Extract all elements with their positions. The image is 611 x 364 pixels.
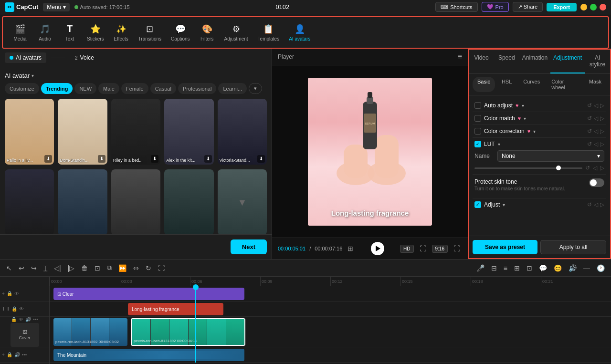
section-title-avatar[interactable]: AI avatar ▾: [5, 72, 267, 79]
tab-animation[interactable]: Animation: [519, 50, 550, 73]
cover-icon-lock[interactable]: 🔒: [11, 317, 17, 322]
toolbar-audio[interactable]: 🎵 Audio: [32, 21, 57, 44]
toolbar-text[interactable]: T Text: [57, 21, 82, 44]
toolbar-effects[interactable]: ✨ Effects: [109, 21, 134, 44]
hd-badge[interactable]: HD: [400, 245, 413, 253]
clip-text-overlay[interactable]: Long-lasting fragrance: [128, 303, 223, 315]
track-icon[interactable]: ≡: [502, 263, 509, 273]
menu-button[interactable]: Menu ▾: [43, 3, 69, 11]
apply-all-button[interactable]: Apply to all: [540, 240, 606, 254]
adjust-reset-icon[interactable]: ↺: [587, 201, 592, 208]
avatar-card-9[interactable]: [164, 169, 213, 234]
toolbar-transitions[interactable]: ⊡ Transitions: [134, 21, 167, 44]
avatar-card-6[interactable]: [5, 169, 54, 234]
download-icon-dom[interactable]: ⬇: [98, 155, 105, 163]
toolbar-filters[interactable]: 🎨 Filters: [195, 21, 220, 44]
avatar-card-7[interactable]: [58, 169, 107, 234]
color-correction-checkbox[interactable]: [474, 128, 481, 135]
lut-slider-reset[interactable]: ↺: [585, 165, 590, 171]
auto-adjust-redo-icon[interactable]: ▷: [600, 102, 604, 109]
pro-button[interactable]: 💜 Pro: [482, 2, 509, 12]
fullscreen-icon[interactable]: ⛶: [418, 243, 428, 254]
sub-tab-basic[interactable]: Basic: [473, 77, 495, 92]
player-menu-icon[interactable]: ≡: [458, 52, 462, 61]
play-button[interactable]: [371, 242, 384, 255]
caption-icon[interactable]: 💬: [537, 263, 548, 273]
expand-icon[interactable]: ⛶: [452, 243, 462, 254]
toolbar-adjustment[interactable]: ⚙ Adjustment: [220, 21, 253, 44]
lut-slider-redo[interactable]: ▷: [600, 165, 604, 171]
avatar-card-8[interactable]: [111, 169, 160, 234]
clip-video-2[interactable]: pexels-ron-lach-8131892 00:00:04:11: [131, 318, 245, 346]
grid-icon[interactable]: ⊞: [346, 243, 355, 254]
minimize-button[interactable]: [580, 4, 587, 10]
split-tool[interactable]: ⌶: [42, 263, 49, 273]
playhead[interactable]: [195, 286, 196, 363]
toolbar-ai-avatars[interactable]: 👤 AI avatars: [284, 21, 315, 44]
undo-tool[interactable]: ↩: [17, 263, 26, 273]
adjust-redo-icon[interactable]: ▷: [600, 201, 604, 208]
rotate-tool[interactable]: ↻: [144, 263, 153, 273]
volume-icon[interactable]: 🔊: [567, 263, 578, 273]
lut-undo-icon[interactable]: ◁: [594, 141, 598, 147]
trim-right-tool[interactable]: |▷: [66, 263, 76, 273]
sub-tab-color-wheel[interactable]: Color wheel: [547, 77, 582, 92]
duplicate-tool[interactable]: ⧉: [105, 262, 113, 273]
lut-redo-icon[interactable]: ▷: [600, 141, 604, 147]
sub-tab-curves[interactable]: Curves: [518, 77, 545, 92]
adjust-checkbox[interactable]: [474, 201, 481, 208]
zoom-out-icon[interactable]: —: [582, 263, 591, 273]
track2-icon[interactable]: ⊞: [513, 263, 521, 273]
filter-casual[interactable]: Casual: [150, 83, 176, 94]
color-match-redo-icon[interactable]: ▷: [600, 115, 604, 122]
download-icon-victoria[interactable]: ⬇: [257, 155, 265, 163]
trim-left-tool[interactable]: ◁|: [53, 263, 63, 273]
sub-tab-hsl[interactable]: HSL: [497, 77, 516, 92]
delete-tool[interactable]: 🗑: [80, 263, 89, 273]
color-match-undo-icon[interactable]: ◁: [594, 115, 598, 122]
split2-icon[interactable]: ⊟: [490, 263, 498, 273]
tab-video[interactable]: Video: [469, 50, 494, 73]
auto-adjust-undo-icon[interactable]: ◁: [594, 102, 598, 109]
emoji-icon[interactable]: 😊: [552, 263, 563, 273]
color-match-reset-icon[interactable]: ↺: [587, 115, 592, 122]
color-correction-redo-icon[interactable]: ▷: [600, 128, 604, 135]
audio-icon-more[interactable]: •••: [22, 352, 27, 357]
avatar-card-alex[interactable]: Alex in the kit... ⬇: [164, 99, 213, 165]
tab-adjustment[interactable]: Adjustment: [550, 50, 585, 73]
filter-more[interactable]: ▾: [249, 83, 262, 94]
maximize-button[interactable]: [590, 4, 597, 10]
auto-adjust-checkbox[interactable]: [474, 102, 481, 109]
lut-slider-thumb[interactable]: [556, 166, 561, 170]
next-button[interactable]: Next: [231, 239, 267, 254]
toolbar-captions[interactable]: 💬 Captions: [166, 21, 194, 44]
cursor-tool[interactable]: ↖: [5, 263, 13, 273]
clip-audio[interactable]: The Mountain: [53, 349, 244, 361]
mirror-tool[interactable]: ⇔: [132, 263, 140, 273]
color-match-checkbox[interactable]: [474, 115, 481, 122]
cover-icon-eye[interactable]: 👁: [19, 317, 23, 322]
tab-speed[interactable]: Speed: [494, 50, 519, 73]
track2-icon-eye[interactable]: 👁: [19, 306, 24, 312]
download-icon-alex[interactable]: ⬇: [204, 155, 212, 163]
cover-icon-vol[interactable]: 🔊: [25, 317, 31, 322]
share-button[interactable]: ↗ Share: [513, 2, 543, 12]
audio-icon-lock[interactable]: 🔒: [7, 352, 12, 357]
tab-ai-stylize[interactable]: AI stylize: [585, 50, 610, 73]
color-correction-undo-icon[interactable]: ◁: [594, 128, 598, 135]
track1-icon-lock[interactable]: 🔒: [7, 291, 12, 296]
toolbar-stickers[interactable]: ⭐ Stickers: [82, 21, 109, 44]
download-icon-riley[interactable]: ⬇: [151, 155, 158, 163]
lut-slider-undo[interactable]: ◁: [593, 165, 597, 171]
cover-icon-more[interactable]: •••: [33, 317, 38, 322]
tab-voice[interactable]: 2 Voice: [70, 52, 99, 63]
lut-select[interactable]: None ▾: [497, 150, 604, 162]
crop-tool[interactable]: ⛶: [157, 263, 166, 273]
filter-customize[interactable]: Customize: [5, 83, 39, 94]
lut-reset-icon[interactable]: ↺: [587, 141, 592, 147]
filter-new[interactable]: NEW: [74, 83, 96, 94]
toolbar-templates[interactable]: 📋 Templates: [253, 21, 284, 44]
track1-icon-eye[interactable]: 👁: [14, 291, 19, 296]
avatar-card-dom[interactable]: Dom-Standin... ⬇: [58, 99, 107, 165]
download-icon-pallo[interactable]: ⬇: [44, 155, 52, 163]
